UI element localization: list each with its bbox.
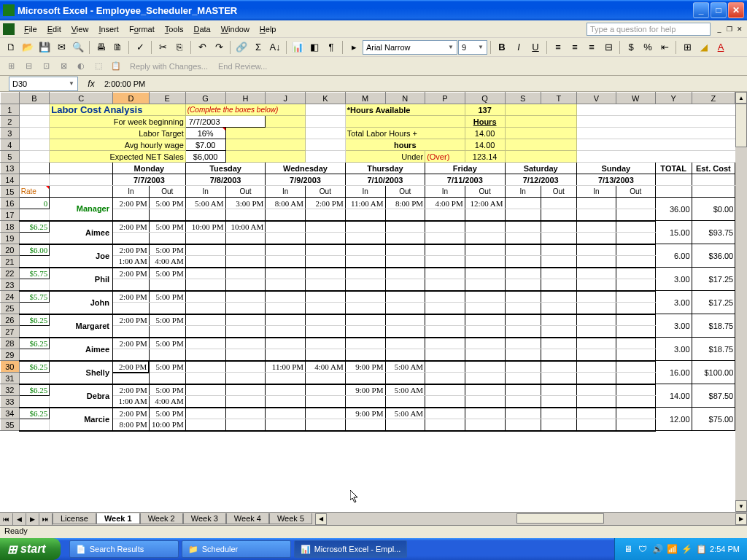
menu-insert[interactable]: Insert <box>93 23 124 35</box>
time-cell[interactable] <box>541 233 576 244</box>
print-button[interactable]: 🖶 <box>93 39 109 55</box>
column-header[interactable]: T <box>541 93 576 104</box>
time-cell[interactable] <box>505 384 541 396</box>
time-cell[interactable] <box>616 303 655 314</box>
time-cell[interactable] <box>266 373 306 384</box>
time-cell[interactable] <box>616 244 655 256</box>
time-cell[interactable] <box>465 291 505 303</box>
tray-icon[interactable]: 📋 <box>695 543 707 555</box>
rate-cell[interactable]: $6.25 <box>19 314 50 326</box>
rate-cell[interactable]: $6.25 <box>19 361 50 373</box>
time-cell[interactable]: 5:00 PM <box>149 291 185 303</box>
time-cell[interactable] <box>465 314 505 326</box>
time-cell[interactable] <box>541 349 576 361</box>
time-cell[interactable] <box>185 326 225 338</box>
time-cell[interactable] <box>505 221 541 233</box>
mail-button[interactable]: ✉ <box>53 39 69 55</box>
menu-tools[interactable]: Tools <box>160 23 189 35</box>
align-center-button[interactable]: ≡ <box>567 39 583 55</box>
time-cell[interactable] <box>306 396 346 408</box>
taskbar-button[interactable]: 📊Microsoft Excel - Empl... <box>294 540 408 558</box>
time-cell[interactable] <box>425 326 465 338</box>
column-header[interactable]: Y <box>655 93 692 104</box>
time-cell[interactable] <box>465 244 505 256</box>
time-cell[interactable]: 4:00 AM <box>149 396 185 408</box>
scroll-down-button[interactable]: ▼ <box>735 500 747 512</box>
currency-button[interactable]: $ <box>623 39 639 55</box>
time-cell[interactable] <box>266 384 306 396</box>
time-cell[interactable] <box>266 408 306 419</box>
time-cell[interactable] <box>576 198 616 209</box>
time-cell[interactable]: 2:00 PM <box>113 408 150 419</box>
time-cell[interactable]: 9:00 PM <box>345 384 385 396</box>
save-button[interactable]: 💾 <box>36 39 53 55</box>
column-header[interactable]: C <box>50 93 113 104</box>
time-cell[interactable] <box>185 361 225 373</box>
time-cell[interactable] <box>425 408 465 419</box>
time-cell[interactable] <box>225 396 266 408</box>
scroll-left-button[interactable]: ◀ <box>315 513 327 525</box>
time-cell[interactable] <box>505 233 541 244</box>
time-cell[interactable] <box>266 349 306 361</box>
time-cell[interactable] <box>576 233 616 244</box>
time-cell[interactable] <box>425 373 465 384</box>
time-cell[interactable] <box>306 338 346 349</box>
sort-asc-button[interactable]: A↓ <box>267 39 283 55</box>
time-cell[interactable] <box>345 396 385 408</box>
menu-view[interactable]: View <box>66 23 94 35</box>
time-cell[interactable] <box>225 209 266 221</box>
font-size-selector[interactable]: 9▼ <box>458 40 487 55</box>
time-cell[interactable]: 5:00 AM <box>385 361 425 373</box>
bold-button[interactable]: B <box>494 39 510 55</box>
time-cell[interactable] <box>465 408 505 419</box>
review-icon-1[interactable]: ⊞ <box>3 58 19 74</box>
time-cell[interactable] <box>385 256 425 268</box>
time-cell[interactable] <box>113 279 150 291</box>
time-cell[interactable] <box>616 349 655 361</box>
time-cell[interactable]: 4:00 AM <box>149 256 185 268</box>
rate-cell[interactable]: $6.25 <box>19 384 50 396</box>
time-cell[interactable] <box>541 221 576 233</box>
rate-cell[interactable]: $6.25 <box>19 221 50 233</box>
time-cell[interactable] <box>465 256 505 268</box>
time-cell[interactable] <box>345 268 385 279</box>
chart-button[interactable]: 📊 <box>290 39 306 55</box>
net-sales-input[interactable]: $6,000 <box>185 151 225 163</box>
time-cell[interactable] <box>465 419 505 431</box>
time-cell[interactable]: 2:00 PM <box>113 384 150 396</box>
time-cell[interactable] <box>345 291 385 303</box>
time-cell[interactable] <box>576 419 616 431</box>
time-cell[interactable] <box>505 408 541 419</box>
scroll-up-button[interactable]: ▲ <box>735 92 747 104</box>
column-header[interactable]: Q <box>465 93 505 104</box>
labor-target-input[interactable]: 16% <box>185 128 225 139</box>
time-cell[interactable] <box>616 209 655 221</box>
review-icon-7[interactable]: 📋 <box>108 58 124 74</box>
time-cell[interactable] <box>185 384 225 396</box>
time-cell[interactable] <box>576 338 616 349</box>
time-cell[interactable] <box>425 303 465 314</box>
time-cell[interactable] <box>616 326 655 338</box>
start-button[interactable]: ⊞ start <box>0 538 61 560</box>
time-cell[interactable] <box>306 303 346 314</box>
tray-icon[interactable]: 🔊 <box>651 543 663 555</box>
time-cell[interactable] <box>266 291 306 303</box>
name-box[interactable]: D30▼ <box>9 77 78 91</box>
column-header[interactable]: G <box>185 93 225 104</box>
time-cell[interactable] <box>149 326 185 338</box>
time-cell[interactable]: 12:00 AM <box>465 198 505 209</box>
time-cell[interactable] <box>425 279 465 291</box>
time-cell[interactable] <box>465 349 505 361</box>
time-cell[interactable]: 11:00 AM <box>345 198 385 209</box>
time-cell[interactable] <box>425 268 465 279</box>
time-cell[interactable] <box>306 419 346 431</box>
column-header[interactable]: H <box>225 93 266 104</box>
time-cell[interactable] <box>306 221 346 233</box>
tab-first-button[interactable]: ⏮ <box>0 513 13 525</box>
time-cell[interactable] <box>616 373 655 384</box>
review-icon-5[interactable]: ◐ <box>73 58 89 74</box>
time-cell[interactable] <box>425 233 465 244</box>
time-cell[interactable] <box>505 198 541 209</box>
column-header[interactable]: N <box>385 93 425 104</box>
time-cell[interactable] <box>465 268 505 279</box>
